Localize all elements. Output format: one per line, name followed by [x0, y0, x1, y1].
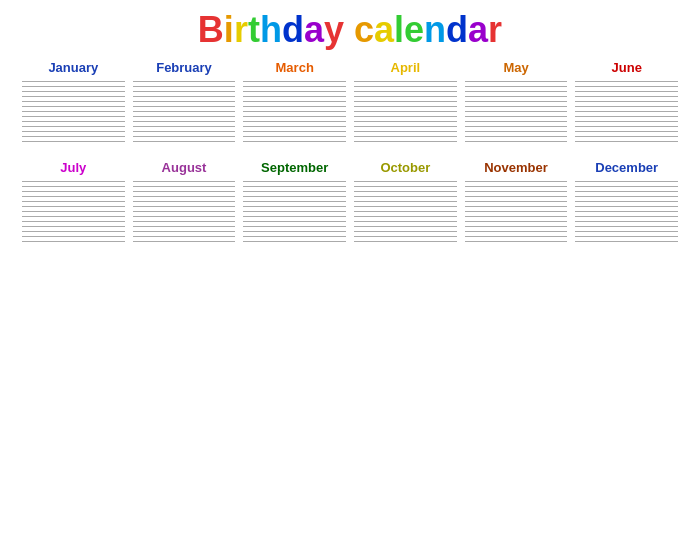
calendar-line[interactable]: [22, 226, 125, 227]
calendar-line[interactable]: [133, 211, 236, 212]
calendar-line[interactable]: [575, 131, 678, 132]
calendar-line[interactable]: [575, 236, 678, 237]
calendar-line[interactable]: [354, 221, 457, 222]
calendar-line[interactable]: [575, 231, 678, 232]
calendar-line[interactable]: [465, 96, 568, 97]
calendar-line[interactable]: [243, 201, 346, 202]
calendar-line[interactable]: [354, 101, 457, 102]
calendar-line[interactable]: [22, 116, 125, 117]
calendar-line[interactable]: [22, 191, 125, 192]
calendar-line[interactable]: [465, 201, 568, 202]
calendar-line[interactable]: [575, 186, 678, 187]
calendar-line[interactable]: [243, 81, 346, 82]
calendar-line[interactable]: [243, 131, 346, 132]
calendar-line[interactable]: [354, 126, 457, 127]
calendar-line[interactable]: [243, 236, 346, 237]
calendar-line[interactable]: [465, 186, 568, 187]
calendar-line[interactable]: [22, 126, 125, 127]
calendar-line[interactable]: [243, 106, 346, 107]
calendar-line[interactable]: [133, 86, 236, 87]
calendar-line[interactable]: [575, 91, 678, 92]
calendar-line[interactable]: [22, 206, 125, 207]
calendar-line[interactable]: [133, 91, 236, 92]
calendar-line[interactable]: [22, 186, 125, 187]
calendar-line[interactable]: [465, 136, 568, 137]
calendar-line[interactable]: [243, 121, 346, 122]
calendar-line[interactable]: [243, 116, 346, 117]
calendar-line[interactable]: [354, 206, 457, 207]
calendar-line[interactable]: [133, 201, 236, 202]
calendar-line[interactable]: [243, 186, 346, 187]
calendar-line[interactable]: [133, 111, 236, 112]
calendar-line[interactable]: [243, 111, 346, 112]
calendar-line[interactable]: [133, 216, 236, 217]
calendar-line[interactable]: [575, 226, 678, 227]
calendar-line[interactable]: [22, 181, 125, 182]
calendar-line[interactable]: [465, 106, 568, 107]
calendar-line[interactable]: [354, 216, 457, 217]
calendar-line[interactable]: [465, 236, 568, 237]
calendar-line[interactable]: [354, 186, 457, 187]
calendar-line[interactable]: [243, 231, 346, 232]
calendar-line[interactable]: [243, 196, 346, 197]
calendar-line[interactable]: [465, 221, 568, 222]
calendar-line[interactable]: [133, 101, 236, 102]
calendar-line[interactable]: [575, 81, 678, 82]
calendar-line[interactable]: [22, 121, 125, 122]
calendar-line[interactable]: [22, 221, 125, 222]
calendar-line[interactable]: [133, 191, 236, 192]
calendar-line[interactable]: [133, 181, 236, 182]
calendar-line[interactable]: [575, 221, 678, 222]
calendar-line[interactable]: [243, 191, 346, 192]
calendar-line[interactable]: [22, 201, 125, 202]
calendar-line[interactable]: [354, 196, 457, 197]
calendar-line[interactable]: [465, 196, 568, 197]
calendar-line[interactable]: [354, 241, 457, 242]
calendar-line[interactable]: [465, 131, 568, 132]
calendar-line[interactable]: [575, 106, 678, 107]
calendar-line[interactable]: [243, 91, 346, 92]
calendar-line[interactable]: [465, 216, 568, 217]
calendar-line[interactable]: [354, 201, 457, 202]
calendar-line[interactable]: [465, 181, 568, 182]
calendar-line[interactable]: [575, 121, 678, 122]
calendar-line[interactable]: [354, 236, 457, 237]
calendar-line[interactable]: [465, 211, 568, 212]
calendar-line[interactable]: [133, 236, 236, 237]
calendar-line[interactable]: [465, 231, 568, 232]
calendar-line[interactable]: [243, 241, 346, 242]
calendar-line[interactable]: [133, 141, 236, 142]
calendar-line[interactable]: [133, 131, 236, 132]
calendar-line[interactable]: [243, 216, 346, 217]
calendar-line[interactable]: [465, 101, 568, 102]
calendar-line[interactable]: [354, 91, 457, 92]
calendar-line[interactable]: [133, 81, 236, 82]
calendar-line[interactable]: [575, 96, 678, 97]
calendar-line[interactable]: [465, 226, 568, 227]
calendar-line[interactable]: [133, 226, 236, 227]
calendar-line[interactable]: [354, 121, 457, 122]
calendar-line[interactable]: [575, 181, 678, 182]
calendar-line[interactable]: [22, 91, 125, 92]
calendar-line[interactable]: [354, 231, 457, 232]
calendar-line[interactable]: [22, 101, 125, 102]
calendar-line[interactable]: [22, 136, 125, 137]
calendar-line[interactable]: [354, 141, 457, 142]
calendar-line[interactable]: [354, 191, 457, 192]
calendar-line[interactable]: [243, 141, 346, 142]
calendar-line[interactable]: [575, 116, 678, 117]
calendar-line[interactable]: [22, 231, 125, 232]
calendar-line[interactable]: [465, 91, 568, 92]
calendar-line[interactable]: [243, 96, 346, 97]
calendar-line[interactable]: [575, 196, 678, 197]
calendar-line[interactable]: [465, 206, 568, 207]
calendar-line[interactable]: [133, 206, 236, 207]
calendar-line[interactable]: [133, 106, 236, 107]
calendar-line[interactable]: [465, 86, 568, 87]
calendar-line[interactable]: [133, 96, 236, 97]
calendar-line[interactable]: [575, 206, 678, 207]
calendar-line[interactable]: [354, 86, 457, 87]
calendar-line[interactable]: [575, 101, 678, 102]
calendar-line[interactable]: [354, 96, 457, 97]
calendar-line[interactable]: [22, 216, 125, 217]
